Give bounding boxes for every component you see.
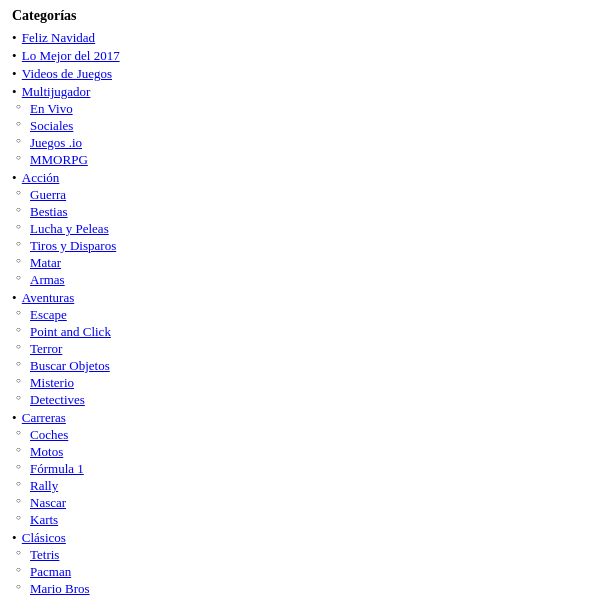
subcategory-item-4-0: Guerra [30, 187, 588, 203]
category-link-3[interactable]: Multijugador [22, 84, 91, 99]
subcategory-item-7-0: Tetris [30, 547, 588, 563]
subcategory-link-4-1[interactable]: Bestias [30, 204, 68, 219]
subcategory-item-5-3: Buscar Objetos [30, 358, 588, 374]
subcategory-item-4-1: Bestias [30, 204, 588, 220]
subcategory-item-7-2: Mario Bros [30, 581, 588, 597]
category-link-6[interactable]: Carreras [22, 410, 66, 425]
category-item-5: • AventurasEscapePoint and ClickTerrorBu… [12, 290, 588, 408]
subcategory-list-7: TetrisPacmanMario BrosSonicZeldaPang [12, 547, 588, 600]
subcategory-link-3-0[interactable]: En Vivo [30, 101, 73, 116]
subcategory-item-3-0: En Vivo [30, 101, 588, 117]
subcategory-link-5-5[interactable]: Detectives [30, 392, 85, 407]
subcategory-item-3-3: MMORPG [30, 152, 588, 168]
subcategory-item-5-2: Terror [30, 341, 588, 357]
subcategory-link-7-0[interactable]: Tetris [30, 547, 59, 562]
subcategory-link-6-5[interactable]: Karts [30, 512, 58, 527]
subcategory-link-4-3[interactable]: Tiros y Disparos [30, 238, 116, 253]
subcategory-item-6-0: Coches [30, 427, 588, 443]
category-link-1[interactable]: Lo Mejor del 2017 [22, 48, 120, 63]
subcategory-list-6: CochesMotosFórmula 1RallyNascarKarts [12, 427, 588, 528]
category-link-2[interactable]: Videos de Juegos [22, 66, 112, 81]
category-link-4[interactable]: Acción [22, 170, 60, 185]
page-title: Categorías [12, 8, 588, 24]
category-item-0: • Feliz Navidad [12, 30, 588, 46]
subcategory-link-7-2[interactable]: Mario Bros [30, 581, 90, 596]
category-item-4: • AcciónGuerraBestiasLucha y PeleasTiros… [12, 170, 588, 288]
category-link-5[interactable]: Aventuras [22, 290, 74, 305]
subcategory-item-6-1: Motos [30, 444, 588, 460]
subcategory-item-4-2: Lucha y Peleas [30, 221, 588, 237]
subcategory-link-7-1[interactable]: Pacman [30, 564, 71, 579]
subcategory-link-4-0[interactable]: Guerra [30, 187, 66, 202]
category-link-7[interactable]: Clásicos [22, 530, 66, 545]
category-item-2: • Videos de Juegos [12, 66, 588, 82]
subcategory-link-5-2[interactable]: Terror [30, 341, 62, 356]
subcategory-item-5-5: Detectives [30, 392, 588, 408]
subcategory-link-3-3[interactable]: MMORPG [30, 152, 88, 167]
subcategory-item-5-0: Escape [30, 307, 588, 323]
category-link-0[interactable]: Feliz Navidad [22, 30, 95, 45]
subcategory-link-4-2[interactable]: Lucha y Peleas [30, 221, 109, 236]
subcategory-link-5-4[interactable]: Misterio [30, 375, 74, 390]
category-item-6: • CarrerasCochesMotosFórmula 1RallyNasca… [12, 410, 588, 528]
subcategory-link-6-1[interactable]: Motos [30, 444, 63, 459]
subcategory-link-5-3[interactable]: Buscar Objetos [30, 358, 110, 373]
subcategory-link-6-2[interactable]: Fórmula 1 [30, 461, 84, 476]
subcategory-link-6-4[interactable]: Nascar [30, 495, 66, 510]
subcategory-link-6-3[interactable]: Rally [30, 478, 58, 493]
subcategory-item-3-2: Juegos .io [30, 135, 588, 151]
subcategory-item-5-1: Point and Click [30, 324, 588, 340]
subcategory-link-5-0[interactable]: Escape [30, 307, 67, 322]
subcategory-list-3: En VivoSocialesJuegos .ioMMORPG [12, 101, 588, 168]
category-item-7: • ClásicosTetrisPacmanMario BrosSonicZel… [12, 530, 588, 600]
subcategory-item-7-1: Pacman [30, 564, 588, 580]
subcategory-item-6-3: Rally [30, 478, 588, 494]
subcategory-link-5-1[interactable]: Point and Click [30, 324, 111, 339]
subcategory-item-4-3: Tiros y Disparos [30, 238, 588, 254]
subcategory-item-6-4: Nascar [30, 495, 588, 511]
subcategory-link-3-1[interactable]: Sociales [30, 118, 73, 133]
subcategory-item-6-2: Fórmula 1 [30, 461, 588, 477]
categories-list: • Feliz Navidad• Lo Mejor del 2017• Vide… [12, 30, 588, 600]
subcategory-item-4-4: Matar [30, 255, 588, 271]
category-item-3: • MultijugadorEn VivoSocialesJuegos .ioM… [12, 84, 588, 168]
category-item-1: • Lo Mejor del 2017 [12, 48, 588, 64]
subcategory-item-3-1: Sociales [30, 118, 588, 134]
subcategory-item-5-4: Misterio [30, 375, 588, 391]
subcategory-link-3-2[interactable]: Juegos .io [30, 135, 82, 150]
subcategory-item-6-5: Karts [30, 512, 588, 528]
subcategory-link-4-5[interactable]: Armas [30, 272, 65, 287]
subcategory-list-4: GuerraBestiasLucha y PeleasTiros y Dispa… [12, 187, 588, 288]
subcategory-list-5: EscapePoint and ClickTerrorBuscar Objeto… [12, 307, 588, 408]
subcategory-item-4-5: Armas [30, 272, 588, 288]
subcategory-link-4-4[interactable]: Matar [30, 255, 61, 270]
subcategory-link-6-0[interactable]: Coches [30, 427, 68, 442]
